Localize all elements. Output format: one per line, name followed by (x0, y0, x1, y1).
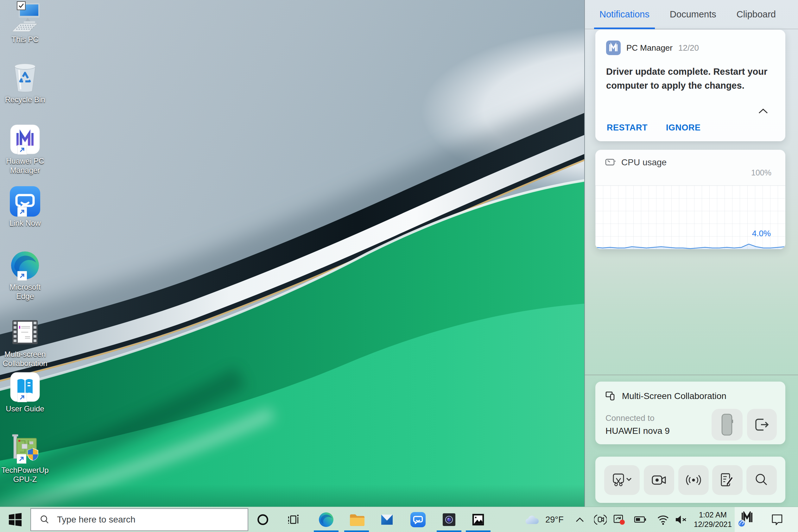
windows-logo-icon (8, 512, 22, 527)
hotspot-button[interactable] (678, 465, 709, 495)
desktop-icon-label: Link Now (10, 218, 41, 228)
ignore-button[interactable]: IGNORE (666, 123, 701, 133)
check-icon (18, 2, 24, 9)
sync-alert-icon (612, 513, 626, 526)
camera-in-use-icon (594, 513, 607, 526)
desktop-icon-label: Multi-screen Collaboration (1, 349, 49, 368)
taskbar-app-link-now[interactable] (405, 507, 431, 532)
panel-divider (585, 375, 798, 375)
desktop-icon-label: This PC (12, 35, 38, 44)
restart-button[interactable]: RESTART (607, 123, 648, 133)
desktop-icon-multi-screen-collaboration[interactable]: Multi-screen Collaboration (1, 317, 49, 368)
wifi-tray-icon[interactable] (656, 507, 670, 532)
taskbar-app-cortana[interactable] (250, 507, 276, 532)
taskbar-search[interactable] (31, 508, 248, 531)
search-input[interactable] (56, 514, 234, 525)
snip-scissors-icon (611, 473, 632, 487)
weather-cloud-icon (524, 514, 539, 525)
collaboration-header: Multi-Screen Collaboration (606, 391, 726, 401)
multi-screen-icon (606, 392, 616, 401)
desktop-icon-label: TechPowerUp GPU-Z (1, 466, 49, 484)
desktop-icon-user-guide[interactable]: User Guide (1, 371, 49, 413)
desktop-icon-huawei-pc-manager[interactable]: Huawei PC Manager (1, 124, 49, 175)
recycle-bin-icon (9, 63, 41, 93)
desktop-icon-label: Recycle Bin (5, 95, 45, 104)
disconnect-button[interactable] (747, 409, 777, 440)
start-button[interactable] (0, 507, 31, 532)
chevron-up-icon (574, 516, 585, 523)
taskbar-app-photos[interactable] (466, 507, 491, 532)
notes-button[interactable] (712, 465, 743, 495)
action-center-button[interactable] (769, 507, 785, 532)
volume-tray-icon[interactable] (673, 507, 689, 532)
collaboration-status-label: Connected to (606, 413, 654, 423)
desktop-icon-recycle-bin[interactable]: Recycle Bin (1, 62, 49, 104)
cpu-usage-card: CPU usage 100% 4.0% (595, 150, 785, 249)
cpu-usage-title: CPU usage (621, 157, 667, 168)
screen-recorder-button[interactable] (644, 465, 674, 495)
tab-clipboard[interactable]: Clipboard (737, 0, 776, 29)
weather-icon[interactable] (523, 507, 539, 532)
cpu-chart-line (595, 186, 785, 249)
taskbar-app-camera[interactable] (436, 507, 462, 532)
mail-icon (379, 512, 395, 527)
notification-header: PC Manager 12/20 (606, 40, 699, 55)
cpu-gauge-icon (605, 158, 616, 167)
pc-manager-tray-icon (737, 511, 756, 528)
cpu-max-label: 100% (751, 168, 772, 177)
collaboration-device-name: HUAWEI nova 9 (606, 426, 670, 436)
phone-icon (720, 413, 734, 436)
cortana-icon (256, 513, 270, 527)
search-icon (40, 515, 50, 525)
panel-search-button[interactable] (746, 465, 777, 495)
clock[interactable]: 1:02 AM 12/29/2021 (692, 507, 734, 532)
desktop-icon-gpu-z[interactable]: TechPowerUp GPU-Z (1, 433, 49, 484)
pc-manager-app-icon (606, 40, 621, 55)
screenshot-button[interactable] (604, 465, 640, 495)
microsoft-edge-icon (318, 512, 334, 528)
volume-muted-icon (674, 513, 688, 526)
video-file-icon (9, 320, 41, 345)
taskbar-app-file-explorer[interactable] (344, 507, 369, 532)
tab-documents[interactable]: Documents (670, 0, 716, 29)
hotspot-icon (686, 473, 701, 487)
note-pen-icon (720, 473, 735, 487)
search-icon (754, 473, 769, 488)
action-center-icon (770, 512, 784, 527)
temperature-readout[interactable]: 29°F (544, 507, 566, 532)
desktop-screen: This PC Recycle Bin (0, 0, 798, 532)
multi-screen-collaboration-card: Multi-Screen Collaboration Connected to … (595, 382, 785, 444)
taskbar-app-edge[interactable] (314, 507, 339, 532)
desktop-icon-label: Huawei PC Manager (1, 156, 49, 175)
desktop-icon-this-pc[interactable]: This PC (1, 2, 49, 44)
link-now-icon (411, 512, 425, 527)
camera-in-use-tray-icon[interactable] (593, 507, 607, 532)
notification-message: Driver update complete. Restart your com… (606, 64, 780, 93)
taskbar-app-task-view[interactable] (281, 507, 306, 532)
shortcut-arrow-badge (17, 207, 27, 216)
quick-tools-card (595, 457, 785, 503)
shortcut-arrow-badge (17, 393, 27, 402)
tray-time: 1:02 AM (699, 510, 727, 520)
shortcut-arrow-badge (17, 145, 27, 154)
battery-tray-icon[interactable] (633, 507, 648, 532)
desktop-icon-microsoft-edge[interactable]: Microsoft Edge (1, 249, 49, 301)
task-view-icon (286, 513, 300, 527)
battery-icon (633, 513, 647, 526)
desktop-icon-label: User Guide (6, 404, 44, 413)
collapse-chevron-icon[interactable] (758, 108, 768, 115)
desktop-icon-link-now[interactable]: Link Now (1, 186, 49, 228)
notification-card: PC Manager 12/20 Driver update complete.… (595, 30, 785, 141)
taskbar-app-mail[interactable] (374, 507, 400, 532)
pc-manager-tray-button[interactable] (737, 507, 756, 532)
phone-button[interactable] (711, 409, 743, 440)
shortcut-arrow-badge (17, 271, 27, 281)
notification-app-name: PC Manager (626, 43, 672, 53)
selection-checkbox[interactable] (17, 1, 26, 10)
sync-alert-tray-icon[interactable] (612, 507, 627, 532)
collaboration-title: Multi-Screen Collaboration (622, 391, 726, 401)
notification-date: 12/20 (678, 43, 699, 53)
hidden-icons-button[interactable] (574, 507, 586, 532)
tab-notifications[interactable]: Notifications (600, 0, 649, 29)
video-camera-icon (651, 473, 667, 487)
